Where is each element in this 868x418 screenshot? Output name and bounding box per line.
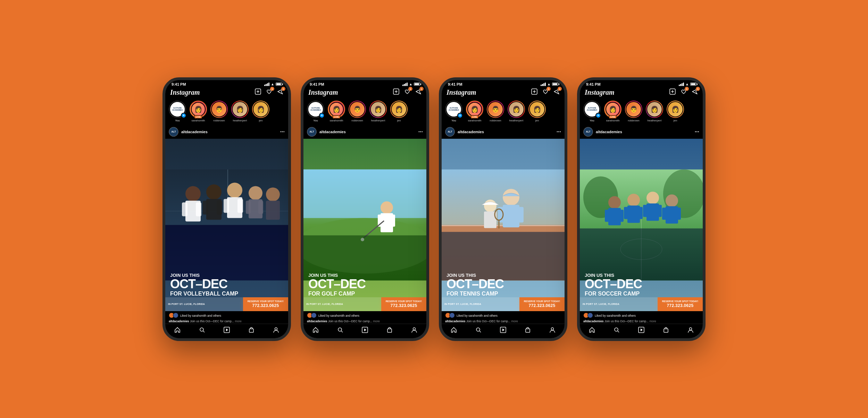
story-jen[interactable]: 👩 jen	[252, 101, 269, 122]
phone-number: 772.323.0625	[390, 303, 417, 308]
heart-icon[interactable]: 1	[681, 88, 687, 96]
nav-shop-icon[interactable]	[659, 326, 673, 335]
story-jen[interactable]: 👩 jen	[390, 101, 408, 122]
svg-rect-85	[624, 207, 629, 219]
location-bar: IN PORT ST. LUCIE, FLORIDA	[442, 297, 519, 311]
story-you[interactable]: ALTITUDEACADEMIES + You	[169, 101, 186, 122]
post-more-icon[interactable]: ···	[418, 129, 423, 135]
post-image: JOIN US THIS OCT–DEC FOR SOCCER CAMP IN …	[580, 139, 703, 311]
more-link[interactable]: more	[235, 319, 241, 323]
nav-shop-icon[interactable]	[383, 326, 396, 335]
story-robbrown[interactable]: 👨 robbrown	[625, 101, 642, 122]
phone-number: 772.323.0625	[252, 303, 279, 308]
caption-text: Join us this Oct—DEC for camp...	[466, 319, 510, 323]
nav-search-icon[interactable]	[610, 326, 623, 335]
nav-home-icon[interactable]	[309, 326, 322, 335]
nav-search-icon[interactable]	[472, 326, 485, 335]
story-label-sarahsmith: sarahsmith	[606, 119, 619, 122]
post-username: altdacademies	[596, 130, 695, 134]
story-heatherpert[interactable]: 👩 heatherpert	[231, 101, 249, 122]
nav-shop-icon[interactable]	[245, 326, 258, 335]
post-more-icon[interactable]: ···	[280, 129, 285, 135]
story-robbrown[interactable]: 👨 robbrown	[487, 101, 504, 122]
story-jen[interactable]: 👩 jen	[528, 101, 546, 122]
send-badge: 1	[696, 87, 700, 91]
phone-number: 772.323.0625	[528, 303, 555, 308]
post-more-icon[interactable]: ···	[695, 129, 699, 135]
post-header: ALT altdacademies ···	[580, 125, 703, 139]
story-heatherpert[interactable]: 👩 heatherpert	[646, 101, 663, 122]
nav-search-icon[interactable]	[195, 326, 209, 335]
story-you[interactable]: ALTITUDEACADEMIES + You	[307, 101, 324, 122]
svg-line-97	[618, 331, 619, 332]
nav-search-icon[interactable]	[334, 326, 347, 335]
post-caption: altdacademies Join us this Oct—DEC for c…	[445, 319, 561, 323]
add-story-btn[interactable]: +	[181, 113, 186, 118]
send-badge: 1	[558, 87, 562, 91]
svg-rect-17	[237, 199, 243, 213]
story-sarahsmith[interactable]: 👩 LIVE sarahsmith	[604, 101, 621, 122]
svg-rect-24	[165, 225, 288, 280]
svg-rect-100	[664, 329, 668, 332]
story-robbrown[interactable]: 👨 robbrown	[210, 101, 228, 122]
add-post-icon[interactable]	[393, 88, 399, 96]
story-robbrown[interactable]: 👨 robbrown	[349, 101, 366, 122]
nav-profile-icon[interactable]	[269, 326, 283, 335]
more-link[interactable]: more	[511, 319, 518, 323]
send-icon[interactable]: 1	[553, 88, 560, 96]
nav-home-icon[interactable]	[171, 326, 184, 335]
story-you[interactable]: ALTITUDEACADEMIES + You	[445, 101, 462, 122]
live-badge: LIVE	[470, 115, 478, 119]
add-story-btn[interactable]: +	[457, 113, 463, 118]
nav-home-icon[interactable]	[585, 326, 599, 335]
battery-icon	[552, 83, 558, 86]
heart-icon[interactable]: 1	[266, 88, 272, 96]
nav-reels-icon[interactable]	[358, 326, 372, 335]
post-more-icon[interactable]: ···	[557, 129, 561, 135]
add-story-btn[interactable]: +	[595, 113, 601, 118]
reserve-text: RESERVE YOUR SPOT TODAY!	[386, 300, 422, 303]
story-sarahsmith[interactable]: 👩 LIVE sarahsmith	[466, 101, 483, 122]
post-caption: altdacademies Join us this Oct—DEC for c…	[583, 319, 699, 323]
more-link[interactable]: more	[649, 319, 656, 323]
heart-icon[interactable]: 1	[542, 88, 549, 96]
story-sarahsmith[interactable]: 👩 LIVE sarahsmith	[328, 101, 345, 122]
story-heatherpert[interactable]: 👩 heatherpert	[508, 101, 525, 122]
story-jen[interactable]: 👩 jen	[667, 101, 684, 122]
story-sarahsmith[interactable]: 👩 LIVE sarahsmith	[190, 101, 207, 122]
location-text: IN PORT ST. LUCIE, FLORIDA	[306, 303, 343, 305]
add-post-icon[interactable]	[531, 88, 537, 96]
nav-shop-icon[interactable]	[521, 326, 534, 335]
bar3	[267, 83, 268, 86]
story-label-heatherpert: heatherpert	[371, 119, 385, 122]
send-icon[interactable]: 1	[692, 88, 698, 96]
add-post-icon[interactable]	[255, 88, 261, 96]
status-time: 9:41 PM	[172, 82, 186, 86]
nav-profile-icon[interactable]	[684, 326, 697, 335]
add-post-icon[interactable]	[669, 88, 676, 96]
post-avatar: ALT	[307, 127, 317, 137]
story-you[interactable]: ALTITUDEACADEMIES + You	[583, 101, 601, 122]
story-heatherpert[interactable]: 👩 heatherpert	[369, 101, 387, 122]
send-badge: 1	[281, 87, 285, 91]
nav-profile-icon[interactable]	[408, 326, 421, 335]
bar4	[683, 83, 684, 86]
nav-reels-icon[interactable]	[496, 326, 510, 335]
oct-dec-text: OCT–DEC	[170, 278, 283, 290]
nav-home-icon[interactable]	[447, 326, 460, 335]
send-icon[interactable]: 1	[277, 88, 283, 96]
add-story-btn[interactable]: +	[319, 113, 325, 118]
caption-username: altdacademies	[445, 319, 466, 323]
nav-profile-icon[interactable]	[546, 326, 559, 335]
location-text: IN PORT ST. LUCIE, FLORIDA	[583, 303, 619, 305]
nav-reels-icon[interactable]	[220, 326, 233, 335]
liked-by-text: Liked by sarahsmith and others	[457, 314, 498, 317]
more-link[interactable]: more	[373, 319, 379, 323]
nav-reels-icon[interactable]	[635, 326, 648, 335]
send-icon[interactable]: 1	[415, 88, 422, 96]
post-header: ALT altdacademies ···	[165, 125, 288, 139]
heart-icon[interactable]: 1	[404, 88, 410, 96]
post-bottom-bar: IN PORT ST. LUCIE, FLORIDA RESERVE YOUR …	[580, 297, 703, 311]
story-label-sarahsmith: sarahsmith	[191, 119, 205, 122]
svg-point-56	[503, 189, 519, 205]
